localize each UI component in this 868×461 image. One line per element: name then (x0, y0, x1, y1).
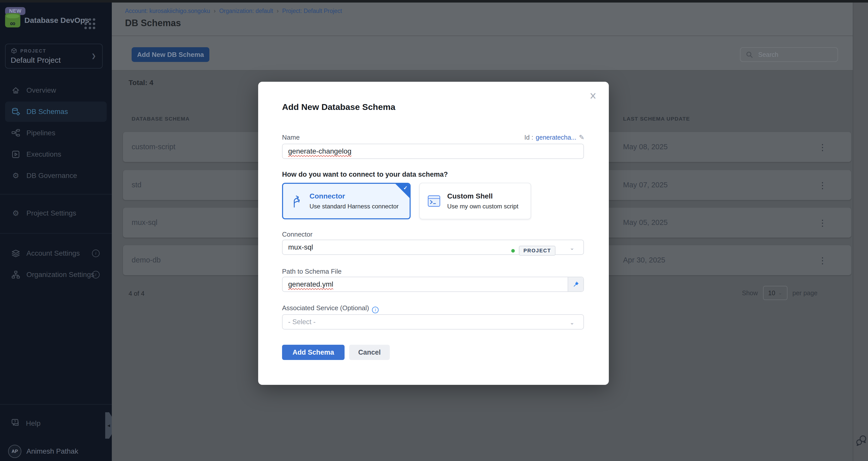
column-header-database-schema: DATABASE SCHEMA (132, 116, 190, 122)
name-label: Name (282, 134, 300, 141)
pagination-range: 4 of 4 (129, 290, 145, 297)
sidebar-item-pipelines[interactable]: Pipelines (5, 123, 107, 143)
app-window: NEW ∞ Database DevOps PROJECT Default Pr… (0, 0, 868, 461)
add-schema-dialog: ✕ Add New Database Schema Name Id : gene… (258, 82, 609, 385)
breadcrumb-org-link[interactable]: Organization: default (219, 8, 273, 14)
sidebar-item-label: Account Settings (26, 249, 80, 257)
add-new-db-schema-button[interactable]: Add New DB Schema (132, 47, 209, 62)
page-size-select[interactable]: 10 ⌄ (763, 286, 787, 300)
page-size-value: 10 (768, 289, 775, 297)
org-hierarchy-gear-icon (11, 270, 20, 279)
info-icon[interactable]: i (92, 250, 100, 257)
sidebar-item-executions[interactable]: Executions (5, 144, 107, 164)
sidebar-item-help[interactable]: ? Help (5, 414, 107, 433)
connect-question: How do you want to connect to your data … (282, 171, 448, 178)
sidebar-item-db-governance[interactable]: ⚙ DB Governance (5, 166, 107, 186)
breadcrumb-account-link[interactable]: Account: kurosakiichigo.songoku (125, 8, 210, 14)
add-schema-button[interactable]: Add Schema (282, 345, 345, 360)
sidebar-item-label: DB Governance (26, 172, 77, 180)
search-input[interactable] (757, 51, 825, 59)
sidebar-collapse-handle[interactable]: ◀ (105, 412, 112, 439)
schema-name: mux-sql (132, 218, 158, 227)
collapse-arrow-icon: ◀ (107, 423, 110, 427)
path-input[interactable]: generated.yml (282, 277, 584, 292)
window-top-strip (0, 0, 868, 3)
user-name: Animesh Pathak (26, 447, 78, 455)
row-menu-icon[interactable]: ⋮ (815, 254, 830, 267)
pin-button[interactable] (568, 277, 583, 291)
schema-name: std (132, 181, 142, 189)
cube-icon (11, 48, 17, 54)
connector-branch-icon (291, 193, 303, 209)
name-input[interactable]: generate-changelog (282, 144, 584, 159)
connector-status: PROJECT (511, 246, 555, 256)
gear-icon: ⚙ (11, 209, 20, 218)
terminal-icon (427, 194, 441, 208)
close-icon[interactable]: ✕ (590, 90, 597, 102)
sidebar-item-project-settings[interactable]: ⚙ Project Settings (5, 203, 107, 223)
sidebar-item-overview[interactable]: Overview (5, 80, 107, 101)
resource-center-chat-icon[interactable] (856, 435, 867, 447)
search-box[interactable] (740, 47, 838, 62)
row-menu-icon[interactable]: ⋮ (815, 141, 830, 153)
project-selector-label: PROJECT (20, 48, 46, 54)
sidebar-item-organization-settings[interactable]: Organization Settings i (5, 265, 107, 285)
svg-text:?: ? (14, 419, 16, 423)
pin-icon (572, 281, 579, 288)
id-value-link[interactable]: generatecha... (536, 134, 576, 141)
card-subtitle: Use my own custom script (447, 203, 518, 210)
edit-pencil-icon[interactable]: ✎ (579, 134, 584, 141)
service-select[interactable]: - Select - ⌄ (282, 314, 584, 330)
connector-value: mux-sql (288, 243, 313, 251)
page-header: Account: kurosakiichigo.songoku › Organi… (112, 3, 853, 36)
project-selector[interactable]: PROJECT Default Project ❯ (5, 44, 103, 69)
sidebar-item-account-settings[interactable]: Account Settings i (5, 243, 107, 264)
governance-gear-icon: ⚙ (11, 171, 20, 180)
path-value: generated.yml (288, 280, 333, 288)
module-grid-icon[interactable] (83, 17, 97, 30)
schema-updated: Apr 30, 2025 (623, 256, 665, 264)
sidebar-item-label: DB Schemas (26, 108, 68, 116)
divider (0, 194, 112, 194)
name-value: generate-changelog (288, 147, 351, 155)
toolbar: Add New DB Schema (112, 36, 853, 71)
connector-card-selected[interactable]: ✓ Connector Use standard Harness connect… (282, 183, 411, 219)
sidebar-item-label: Overview (26, 86, 56, 94)
sidebar-item-label: Organization Settings (26, 271, 95, 279)
sidebar-item-db-schemas[interactable]: DB Schemas (5, 102, 107, 122)
breadcrumb: Account: kurosakiichigo.songoku › Organi… (125, 8, 342, 14)
schema-updated: May 05, 2025 (623, 218, 668, 227)
info-icon[interactable]: i (92, 271, 100, 278)
divider (0, 404, 112, 405)
id-prefix: Id : (524, 134, 533, 141)
card-title: Connector (309, 192, 399, 200)
project-selector-value: Default Project (11, 56, 97, 64)
connector-select[interactable]: mux-sql PROJECT ⌄ (282, 240, 584, 255)
chevron-down-icon: ⌄ (570, 245, 574, 251)
row-menu-icon[interactable]: ⋮ (815, 217, 830, 229)
sidebar-item-label: Project Settings (26, 209, 76, 217)
column-header-last-schema-update: LAST SCHEMA UPDATE (623, 116, 690, 122)
sidebar-tertiary-nav: Account Settings i Organization Settings… (0, 242, 112, 286)
status-dot-icon (511, 249, 515, 253)
database-devops-logo-icon: ∞ (5, 13, 20, 27)
check-icon: ✓ (403, 185, 408, 191)
divider (0, 233, 112, 234)
scope-badge: PROJECT (519, 246, 555, 256)
custom-shell-card[interactable]: Custom Shell Use my own custom script (419, 183, 531, 219)
cancel-button[interactable]: Cancel (349, 345, 390, 360)
layers-gear-icon (11, 249, 20, 258)
breadcrumb-project-link[interactable]: Project: Default Project (282, 8, 342, 14)
per-page-label: per page (793, 289, 818, 297)
id-line: Id : generatecha... ✎ (524, 134, 584, 141)
row-menu-icon[interactable]: ⋮ (815, 179, 830, 191)
user-menu[interactable]: AP Animesh Pathak (5, 442, 107, 460)
pagination-controls: Show 10 ⌄ per page (742, 286, 817, 300)
schema-name: custom-script (132, 143, 175, 151)
search-icon (746, 51, 753, 58)
schema-updated: May 07, 2025 (623, 181, 668, 189)
breadcrumb-separator: › (214, 8, 216, 14)
avatar: AP (8, 445, 21, 458)
info-icon[interactable]: i (372, 307, 379, 313)
connector-label: Connector (282, 230, 313, 238)
